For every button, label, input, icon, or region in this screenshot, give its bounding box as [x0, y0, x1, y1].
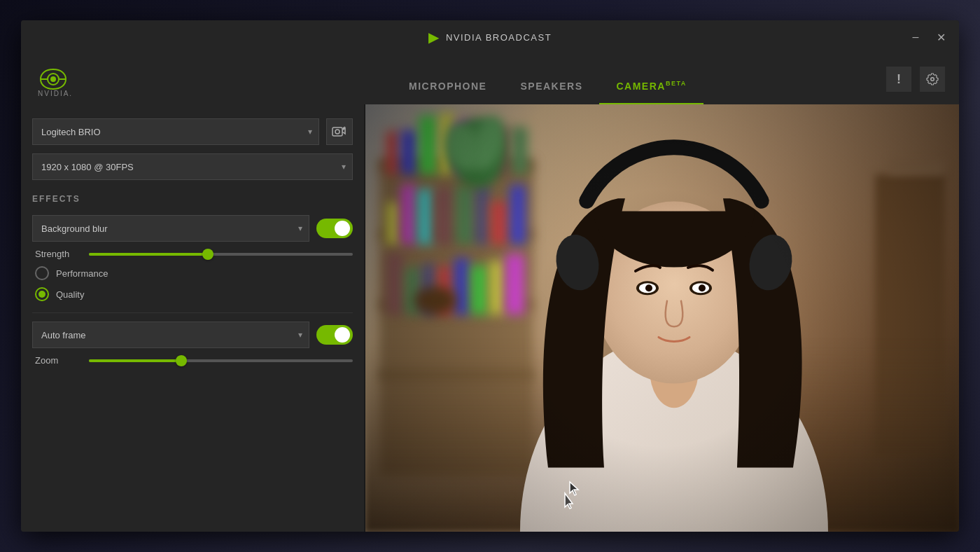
blur-effect-select[interactable]: Background blur Background removal Virtu…	[32, 215, 309, 242]
camera-config-icon	[332, 125, 347, 138]
zoom-slider[interactable]	[89, 359, 353, 362]
tab-camera[interactable]: CAMERABETA	[599, 69, 703, 104]
title-bar-controls: – ✕	[909, 30, 948, 44]
zoom-slider-row: Zoom	[32, 355, 353, 366]
effects-label: EFFECTS	[32, 194, 353, 204]
header-icons: !	[872, 54, 959, 104]
sidebar-content: Logitech BRIO ▾	[21, 104, 364, 532]
blur-select-wrapper: Background blur Background removal Virtu…	[32, 215, 309, 242]
zoom-fill	[89, 359, 181, 362]
quality-radio-row: Quality	[35, 287, 353, 301]
auto-frame-row: Auto frame Off ▾	[32, 322, 353, 348]
app-window: ▶ NVIDIA BROADCAST – ✕ NVIDIA. MICROPHON…	[21, 20, 959, 532]
sidebar: Logitech BRIO ▾	[21, 104, 364, 532]
quality-label: Quality	[56, 289, 84, 300]
logo-area: NVIDIA.	[21, 54, 364, 104]
gear-icon	[926, 73, 939, 85]
svg-point-2	[50, 76, 56, 82]
title-bar-center: ▶ NVIDIA BROADCAST	[428, 29, 552, 46]
content-area: Logitech BRIO ▾	[21, 104, 959, 532]
tab-speakers[interactable]: SPEAKERS	[503, 69, 599, 104]
svg-rect-5	[332, 127, 342, 136]
title-bar: ▶ NVIDIA BROADCAST – ✕	[21, 20, 959, 54]
camera-settings-button[interactable]	[326, 118, 353, 145]
minimize-button[interactable]: –	[909, 30, 923, 44]
close-button[interactable]: ✕	[934, 30, 948, 44]
effects-divider	[32, 312, 353, 313]
quality-radio-group: Performance Quality	[32, 266, 353, 301]
resolution-wrapper: 1920 x 1080 @ 30FPS ▾	[32, 153, 353, 180]
background-blur-row: Background blur Background removal Virtu…	[32, 215, 353, 242]
window-title: NVIDIA BROADCAST	[446, 32, 552, 43]
strength-slider[interactable]	[89, 253, 353, 256]
strength-fill	[89, 253, 208, 256]
nvidia-logo	[35, 65, 71, 93]
tab-microphone[interactable]: MICROPHONE	[392, 69, 503, 104]
top-bar: NVIDIA. MICROPHONE SPEAKERS CAMERABETA !	[21, 54, 959, 104]
svg-point-6	[335, 130, 340, 134]
autoframe-toggle[interactable]	[316, 325, 353, 345]
resolution-select[interactable]: 1920 x 1080 @ 30FPS	[32, 153, 353, 180]
quality-radio[interactable]	[35, 287, 49, 301]
strength-thumb[interactable]	[202, 249, 214, 260]
camera-preview	[365, 104, 959, 532]
notifications-button[interactable]: !	[886, 67, 911, 92]
video-area	[365, 104, 959, 532]
zoom-label: Zoom	[35, 355, 80, 366]
device-row: Logitech BRIO ▾	[32, 118, 353, 145]
blur-toggle[interactable]	[316, 219, 353, 238]
camera-device-select[interactable]: Logitech BRIO	[32, 118, 319, 145]
autoframe-effect-select[interactable]: Auto frame Off	[32, 322, 309, 348]
performance-label: Performance	[56, 268, 108, 279]
beta-badge: BETA	[666, 80, 687, 87]
zoom-thumb[interactable]	[176, 355, 187, 366]
performance-radio-row: Performance	[35, 266, 353, 280]
strength-label: Strength	[35, 249, 80, 259]
performance-radio[interactable]	[35, 266, 49, 280]
nvidia-broadcast-icon: ▶	[428, 29, 439, 46]
nav-tabs: MICROPHONE SPEAKERS CAMERABETA	[364, 54, 872, 104]
autoframe-select-wrapper: Auto frame Off ▾	[32, 322, 309, 348]
quality-radio-dot	[38, 291, 46, 298]
background-blur-block: Background blur Background removal Virtu…	[32, 215, 353, 301]
strength-slider-row: Strength	[32, 249, 353, 259]
settings-button[interactable]	[920, 67, 945, 92]
camera-device-wrapper: Logitech BRIO ▾	[32, 118, 319, 145]
auto-frame-block: Auto frame Off ▾ Zoom	[32, 322, 353, 366]
